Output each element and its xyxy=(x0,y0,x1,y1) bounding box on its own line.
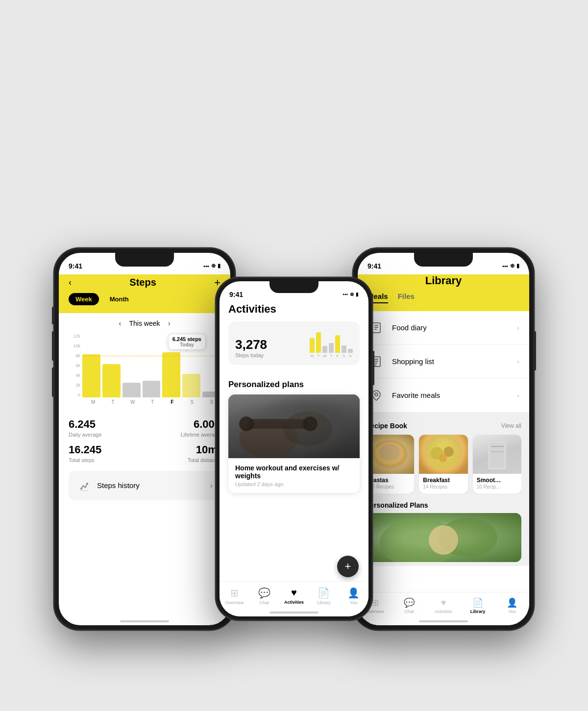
nav-overview[interactable]: ⊞ Overview xyxy=(220,587,249,605)
smoothie-count: 10 Recip… xyxy=(477,484,517,490)
steps-today-value: 3,278 xyxy=(235,337,267,352)
wifi-icon: ⊕ xyxy=(211,263,216,269)
bar-T1 xyxy=(102,364,121,397)
home-indicator xyxy=(120,620,169,622)
tab-week[interactable]: Week xyxy=(69,293,99,305)
nav-activities-label: Activities xyxy=(284,600,304,605)
plan-preview[interactable] xyxy=(366,513,521,562)
recipe-card-pasta[interactable]: Pastas 20 Recipes xyxy=(366,435,414,493)
phone-library: 9:41 ▪▪▪ ⊕ ▮ Library Meals Files xyxy=(353,248,534,630)
favorite-meals-label: Favorite meals xyxy=(392,391,440,399)
lib-chat-icon: 💬 xyxy=(404,597,415,608)
steps-history-label: Steps history xyxy=(97,481,140,490)
library-title: Library xyxy=(368,274,519,287)
volume-down-button[interactable] xyxy=(52,368,54,397)
mini-bar-W xyxy=(322,346,327,353)
library-tabs: Meals Files xyxy=(368,292,519,303)
phone-steps: 9:41 ▪▪▪ ⊕ ▮ ‹ Steps + Week Month xyxy=(54,248,235,630)
volume-up-button[interactable] xyxy=(52,331,54,361)
signal-icon: ▪▪▪ xyxy=(203,263,209,269)
smoothie-name: Smoot… xyxy=(477,477,517,484)
nav-chat[interactable]: 💬 Chat xyxy=(249,587,279,605)
mini-bar-S2 xyxy=(348,349,353,353)
prev-week-button[interactable]: ‹ xyxy=(119,319,121,328)
week-nav: ‹ This week › xyxy=(69,319,220,328)
pasta-info: Pastas 20 Recipes xyxy=(366,474,414,493)
steps-today-left: 3,278 Steps today xyxy=(235,337,267,358)
steps-history-button[interactable]: Steps history › xyxy=(69,471,220,500)
x-label-S1: S xyxy=(183,399,200,405)
status-time-right: 9:41 xyxy=(368,262,381,270)
nav-chat-label: Chat xyxy=(260,600,269,605)
mini-bar-T1 xyxy=(316,332,321,353)
menu-shopping-list[interactable]: Shopping list › xyxy=(358,345,529,379)
view-all-button[interactable]: View all xyxy=(501,422,521,429)
mini-bar-F xyxy=(335,335,340,353)
back-button[interactable]: ‹ xyxy=(69,277,72,288)
stat-daily-avg-value: 6.245 xyxy=(69,418,143,431)
chat-icon: 💬 xyxy=(258,587,270,599)
library-screen: 9:41 ▪▪▪ ⊕ ▮ Library Meals Files xyxy=(358,253,529,625)
steps-history-left: Steps history xyxy=(76,478,140,493)
lib-nav-library-label: Library xyxy=(470,609,486,614)
lib-nav-chat[interactable]: 💬 Chat xyxy=(392,597,426,614)
nav-library[interactable]: 📄 Library xyxy=(309,587,339,605)
steps-today-row: 3,278 Steps today xyxy=(235,328,353,358)
mini-chart: M T W T F S S xyxy=(310,328,353,358)
stat-lifetime-value: 6.000 xyxy=(147,418,220,431)
pasta-count: 20 Recipes xyxy=(369,484,410,490)
chart-tooltip: 6.245 steps Today xyxy=(168,334,206,350)
steps-title: Steps xyxy=(129,277,156,288)
stat-total-distance: 10mi Total distance xyxy=(147,443,220,463)
home-indicator-center xyxy=(270,612,318,613)
chevron-right-icon: › xyxy=(210,481,213,490)
mute-button[interactable] xyxy=(52,307,54,324)
lib-you-icon: 👤 xyxy=(507,597,517,608)
svg-point-19 xyxy=(379,444,400,460)
nav-overview-label: Overview xyxy=(225,600,244,605)
recipe-section: Recipe Book View all xyxy=(358,416,529,497)
tab-month[interactable]: Month xyxy=(103,293,136,305)
steps-card: 3,278 Steps today xyxy=(228,321,360,365)
personalized-plans-lib: Personalized Plans xyxy=(358,497,529,566)
tab-files[interactable]: Files xyxy=(398,292,415,303)
bar-T2 xyxy=(143,381,161,397)
breakfast-name: Breakfast xyxy=(423,477,464,484)
food-diary-label: Food diary xyxy=(392,323,427,332)
lib-activities-icon: ♥ xyxy=(441,598,446,608)
plan-card[interactable]: Home workout and exercises w/ weights Up… xyxy=(228,394,360,493)
lib-nav-library[interactable]: 📄 Library xyxy=(461,597,495,614)
smoothie-info: Smoot… 10 Recip… xyxy=(473,474,521,493)
steps-content: ‹ This week › 6.245 steps Today 12k 10k xyxy=(59,313,230,506)
recipe-cards: Pastas 20 Recipes xyxy=(366,435,521,493)
status-icons-right: ▪▪▪ ⊕ ▮ xyxy=(502,263,519,269)
stat-daily-avg-label: Daily average xyxy=(69,432,143,438)
home-indicator-right xyxy=(419,620,468,622)
stat-lifetime-avg: 6.000 Lifetime average xyxy=(147,418,220,438)
nav-you[interactable]: 👤 You xyxy=(339,587,368,605)
plan-info: Home workout and exercises w/ weights Up… xyxy=(228,458,360,493)
battery-icon-center: ▮ xyxy=(356,292,359,297)
recipe-card-breakfast[interactable]: Breakfast 14 Recipes xyxy=(419,435,467,493)
bar-F xyxy=(162,352,180,397)
lib-nav-you[interactable]: 👤 You xyxy=(495,597,529,614)
steps-history-icon xyxy=(76,478,92,493)
wifi-icon-right: ⊕ xyxy=(510,263,514,269)
menu-food-diary[interactable]: Food diary › xyxy=(358,311,529,345)
library-icon: 📄 xyxy=(318,587,330,599)
mini-bar-T2 xyxy=(329,343,334,353)
stat-total-steps-value: 16.245 xyxy=(69,443,143,456)
lib-library-icon: 📄 xyxy=(472,597,483,608)
power-button-center[interactable] xyxy=(372,351,374,385)
menu-favorite-meals[interactable]: Favorite meals › xyxy=(358,379,529,412)
plans-title: Personalized Plans xyxy=(366,501,521,509)
fab-button[interactable]: + xyxy=(337,556,359,577)
power-button-right[interactable] xyxy=(534,331,536,370)
shopping-list-chevron: › xyxy=(517,358,519,366)
next-week-button[interactable]: › xyxy=(168,319,171,328)
activities-title: Activities xyxy=(228,303,360,316)
library-header: Library Meals Files xyxy=(358,274,529,311)
recipe-card-smoothie[interactable]: Smoot… 10 Recip… xyxy=(473,435,521,493)
lib-nav-activities[interactable]: ♥ Activities xyxy=(426,598,461,614)
nav-activities[interactable]: ♥ Activities xyxy=(279,587,309,605)
